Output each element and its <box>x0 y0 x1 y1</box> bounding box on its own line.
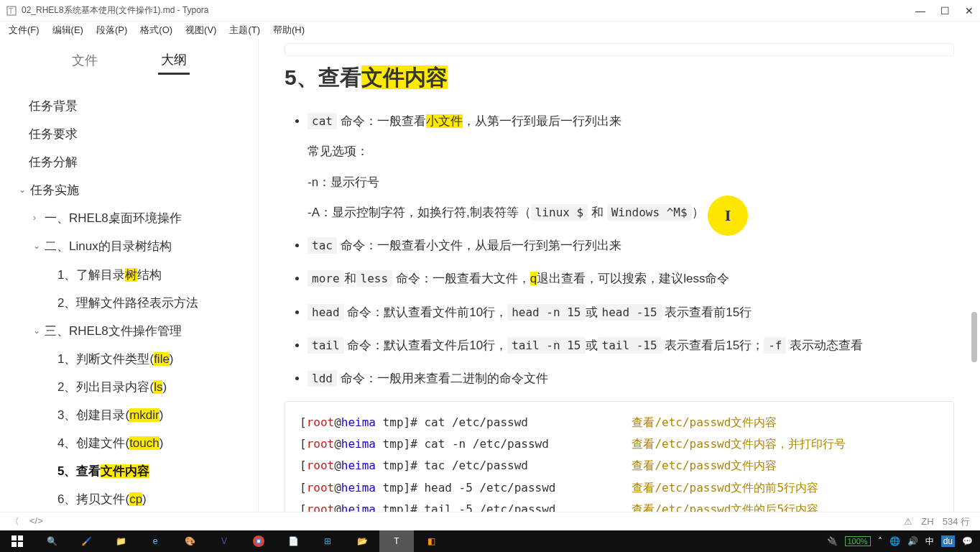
chevron-right-icon: › <box>33 208 45 229</box>
menu-bar: 文件(F) 编辑(E) 段落(P) 格式(O) 视图(V) 主题(T) 帮助(H… <box>0 22 980 39</box>
scrollbar-thumb[interactable] <box>971 312 977 362</box>
network-icon[interactable]: 🌐 <box>889 536 900 546</box>
close-button[interactable]: ✕ <box>964 5 974 17</box>
line-count: 534 行 <box>943 515 970 528</box>
app-icon: T <box>6 5 17 17</box>
sidebar: 文件 大纲 任务背景 任务要求 任务分解 ⌄任务实施 ›一、RHEL8桌面环境操… <box>0 39 259 512</box>
taskbar-app[interactable]: 📂 <box>345 530 379 552</box>
svg-text:T: T <box>9 7 13 15</box>
taskbar-app[interactable]: 🖌️ <box>69 530 103 552</box>
search-icon[interactable]: 🔍 <box>34 530 69 552</box>
outline-item[interactable]: 任务要求 <box>14 120 249 148</box>
code-block-fragment <box>285 43 954 56</box>
window-title: 02_RHEL8系统基本使用(文件操作1).md - Typora <box>22 4 915 17</box>
menu-help[interactable]: 帮助(H) <box>269 22 309 38</box>
list-item: tac 命令：一般查看小文件，从最后一行到第一行列出来 <box>308 234 960 257</box>
outline-item[interactable]: ⌄三、RHEL8文件操作管理 <box>14 317 249 345</box>
code-line: [root@heima tmp]# cat -n /etc/passwd 查看/… <box>300 433 939 455</box>
code-line: [root@heima tmp]# head -5 /etc/passwd 查看… <box>300 477 939 499</box>
outline-item[interactable]: 1、判断文件类型(file) <box>14 345 249 373</box>
outline-item[interactable]: 2、理解文件路径表示方法 <box>14 289 249 317</box>
chevron-down-icon: ⌄ <box>19 180 30 201</box>
outline-item[interactable]: 任务背景 <box>14 92 249 120</box>
taskbar-app[interactable]: 📁 <box>103 530 138 552</box>
warning-icon[interactable]: ⚠ <box>904 516 912 527</box>
menu-format[interactable]: 格式(O) <box>136 22 177 38</box>
minimize-button[interactable]: — <box>915 5 925 17</box>
code-less: less <box>356 270 393 287</box>
outline-list[interactable]: 任务背景 任务要求 任务分解 ⌄任务实施 ›一、RHEL8桌面环境操作 ⌄二、L… <box>0 82 258 512</box>
svg-point-8 <box>257 540 260 543</box>
outline-item-active[interactable]: 5、查看文件内容 <box>14 457 249 485</box>
battery-indicator[interactable]: 100% <box>845 536 871 546</box>
sidebar-tabs: 文件 大纲 <box>0 39 258 82</box>
system-tray[interactable]: 🔌 100% ˄ 🌐 🔊 中 du 💬 <box>827 535 981 548</box>
notifications-icon[interactable]: 💬 <box>962 536 973 546</box>
code-more: more <box>308 270 344 287</box>
code-line: [root@heima tmp]# tail -5 /etc/passwd 查看… <box>300 499 939 512</box>
taskbar-app[interactable]: 📄 <box>276 530 310 552</box>
ime-indicator[interactable]: 中 <box>925 535 934 548</box>
svg-rect-3 <box>18 535 23 540</box>
list-item: head 命令：默认查看文件前10行，head -n 15或head -15 表… <box>308 301 960 324</box>
outline-item[interactable]: 6、拷贝文件(cp) <box>14 485 249 512</box>
volume-icon[interactable]: 🔊 <box>907 536 918 546</box>
code-ldd: ldd <box>308 370 337 387</box>
source-toggle[interactable]: </> <box>29 515 43 528</box>
menu-view[interactable]: 视图(V) <box>181 22 221 38</box>
outline-item[interactable]: 任务分解 <box>14 148 249 176</box>
list-item: cat 命令：一般查看小文件，从第一行到最后一行列出来 常见选项： -n：显示行… <box>308 110 960 224</box>
taskbar-app[interactable]: ⊞ <box>310 530 345 552</box>
outline-item[interactable]: 4、创建文件(touch) <box>14 429 249 457</box>
heading: 5、查看文件内容 <box>285 63 960 93</box>
chevron-down-icon: ⌄ <box>33 236 45 257</box>
taskbar-app[interactable]: 🎨 <box>172 530 207 552</box>
code-line: [root@heima tmp]# tac /etc/passwd 查看/etc… <box>300 455 939 477</box>
ime-indicator2[interactable]: du <box>941 535 955 547</box>
code-block: [root@heima tmp]# cat /etc/passwd 查看/etc… <box>285 401 954 512</box>
menu-file[interactable]: 文件(F) <box>4 22 44 38</box>
menu-edit[interactable]: 编辑(E) <box>48 22 88 38</box>
taskbar-chrome[interactable] <box>241 530 276 552</box>
status-bar: 〈 </> ⚠ ZH 534 行 <box>0 512 980 530</box>
code-tac: tac <box>308 237 337 254</box>
outline-item[interactable]: 2、列出目录内容(ls) <box>14 373 249 401</box>
chevron-down-icon: ⌄ <box>33 321 45 341</box>
code-head: head <box>308 304 344 321</box>
title-bar: T 02_RHEL8系统基本使用(文件操作1).md - Typora — ☐ … <box>0 0 980 22</box>
svg-rect-2 <box>11 535 17 540</box>
svg-rect-4 <box>11 542 17 547</box>
outline-item[interactable]: 3、创建目录(mkdir) <box>14 401 249 429</box>
tray-chevron-icon[interactable]: ˄ <box>878 536 882 546</box>
maximize-button[interactable]: ☐ <box>940 5 950 17</box>
svg-rect-5 <box>18 542 23 547</box>
outline-item[interactable]: ›一、RHEL8桌面环境操作 <box>14 204 249 232</box>
code-line: [root@heima tmp]# cat /etc/passwd 查看/etc… <box>300 412 939 433</box>
taskbar[interactable]: 🔍 🖌️ 📁 e 🎨 V 📄 ⊞ 📂 T ◧ 🔌 100% ˄ 🌐 🔊 中 du… <box>0 530 980 552</box>
taskbar-app[interactable]: V <box>207 530 241 552</box>
main-area: 文件 大纲 任务背景 任务要求 任务分解 ⌄任务实施 ›一、RHEL8桌面环境操… <box>0 39 980 512</box>
list-item: tail 命令：默认查看文件后10行，tail -n 15或tail -15 表… <box>308 334 960 357</box>
outline-item[interactable]: ⌄二、Linux的目录树结构 <box>14 232 249 260</box>
list-item: more和less 命令：一般查看大文件，q退出查看，可以搜索，建议less命令 <box>308 267 960 290</box>
menu-paragraph[interactable]: 段落(P) <box>92 22 131 38</box>
menu-theme[interactable]: 主题(T) <box>225 22 264 38</box>
lang-indicator[interactable]: ZH <box>921 516 933 527</box>
start-button[interactable] <box>0 530 34 552</box>
list-item: ldd 命令：一般用来查看二进制的命令文件 <box>308 367 960 390</box>
code-cat: cat <box>308 113 337 129</box>
tab-files[interactable]: 文件 <box>69 47 101 73</box>
taskbar-typora[interactable]: T <box>379 530 414 552</box>
editor-content[interactable]: I 5、查看文件内容 cat 命令：一般查看小文件，从第一行到最后一行列出来 常… <box>259 39 980 512</box>
taskbar-edge[interactable]: e <box>138 530 172 552</box>
taskbar-app[interactable]: ◧ <box>414 530 448 552</box>
code-tail: tail <box>308 337 344 354</box>
outline-item[interactable]: ⌄任务实施 <box>14 176 249 204</box>
back-button[interactable]: 〈 <box>10 515 19 528</box>
window-controls: — ☐ ✕ <box>915 5 974 17</box>
cursor-highlight-icon: I <box>708 196 748 236</box>
outline-item[interactable]: 1、了解目录树结构 <box>14 261 249 289</box>
plug-icon: 🔌 <box>827 536 838 546</box>
tab-outline[interactable]: 大纲 <box>158 47 190 75</box>
bullet-list: cat 命令：一般查看小文件，从第一行到最后一行列出来 常见选项： -n：显示行… <box>279 110 960 391</box>
